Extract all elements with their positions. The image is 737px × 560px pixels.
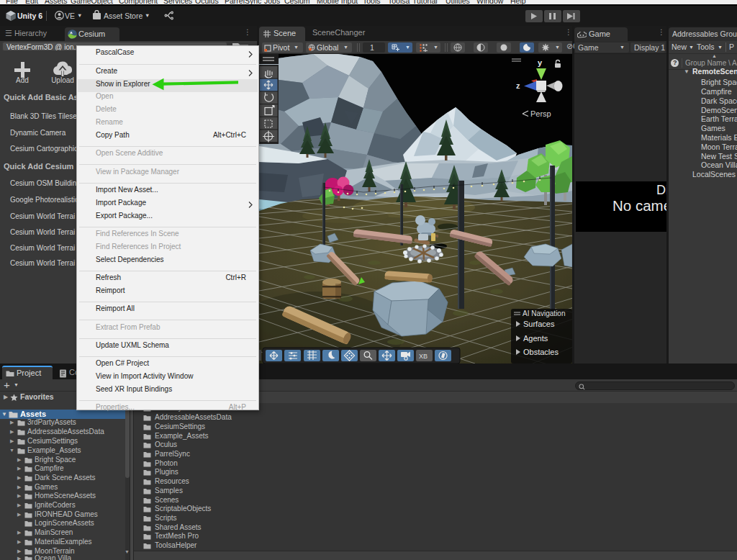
svg-text:Persp: Persp <box>530 109 551 118</box>
svg-text:Agents: Agents <box>523 334 548 343</box>
svg-text:XB: XB <box>419 353 428 360</box>
svg-text:Obstacles: Obstacles <box>523 348 559 356</box>
svg-text:z: z <box>516 81 520 90</box>
svg-text:AI Navigation: AI Navigation <box>523 310 565 317</box>
svg-text:Surfaces: Surfaces <box>523 320 555 328</box>
svg-text:y: y <box>538 58 543 67</box>
